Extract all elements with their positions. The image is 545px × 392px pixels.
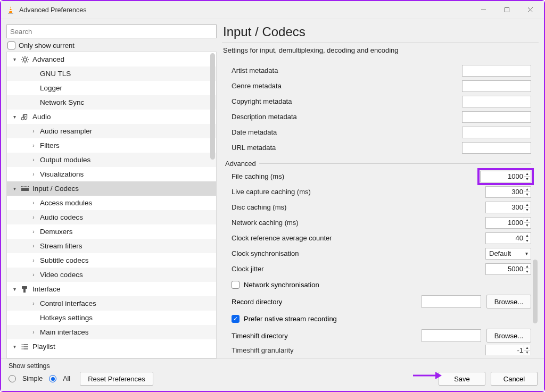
- cutoff-row: [232, 57, 531, 63]
- tree-item[interactable]: ›Output modules: [7, 153, 216, 167]
- close-button[interactable]: [518, 3, 542, 18]
- show-settings-all-label: All: [63, 375, 70, 382]
- metadata-label: Artist metadata: [232, 66, 462, 74]
- tree-item[interactable]: ›Visualizations: [7, 167, 216, 181]
- tree-category[interactable]: ▾Advanced: [7, 52, 216, 66]
- svg-line-15: [22, 61, 23, 62]
- metadata-input[interactable]: [462, 96, 531, 107]
- tree-category[interactable]: ▾Interface: [7, 282, 216, 296]
- maximize-button[interactable]: [495, 3, 518, 18]
- setting-spinner[interactable]: 300▲▼: [485, 186, 531, 198]
- setting-spinner[interactable]: 1000▲▼: [485, 217, 531, 229]
- timeshift-gran-spinner[interactable]: -1▲▼: [485, 345, 531, 355]
- setting-label: Disc caching (ms): [232, 203, 485, 211]
- svg-line-14: [27, 61, 28, 62]
- preferences-tree[interactable]: ▾AdvancedGNU TLSLoggerNetwork Sync▾Audio…: [7, 52, 216, 358]
- tree-item[interactable]: Hotkeys settings: [7, 311, 216, 325]
- reset-preferences-button[interactable]: Reset Preferences: [80, 372, 153, 386]
- clock-jitter-spinner[interactable]: 5000▲▼: [485, 263, 531, 275]
- chevron-right-icon: ›: [30, 257, 37, 263]
- tree-item[interactable]: ›Subtitle codecs: [7, 253, 216, 268]
- network-sync-checkbox[interactable]: [232, 281, 240, 289]
- record-dir-browse-button[interactable]: Browse...: [486, 295, 531, 308]
- chevron-right-icon: ›: [30, 200, 37, 206]
- timeshift-dir-input[interactable]: [422, 329, 481, 342]
- svg-line-16: [27, 57, 28, 58]
- svg-rect-20: [23, 186, 24, 187]
- record-dir-input[interactable]: [422, 295, 481, 308]
- tree-category[interactable]: ▾Playlist: [7, 339, 216, 354]
- metadata-input[interactable]: [462, 127, 531, 138]
- chevron-down-icon: ▾: [11, 186, 18, 191]
- tree-item[interactable]: ›Stream filters: [7, 239, 216, 253]
- tree-item-label: Visualizations: [40, 170, 84, 178]
- tree-item-label: Playlist: [32, 343, 55, 351]
- search-input[interactable]: [6, 24, 217, 38]
- tree-item[interactable]: ›Audio resampler: [7, 124, 216, 138]
- setting-label: Live capture caching (ms): [232, 188, 485, 196]
- show-settings-simple-label: Simple: [22, 375, 43, 382]
- tree-item[interactable]: ›Video codecs: [7, 268, 216, 282]
- tree-item-label: Stream filters: [40, 242, 82, 250]
- svg-rect-17: [21, 188, 29, 191]
- tree-item[interactable]: ›Access modules: [7, 196, 216, 210]
- prefer-native-label: Prefer native stream recording: [244, 315, 337, 323]
- tree-item[interactable]: Network Sync: [7, 95, 216, 110]
- setting-spinner[interactable]: 300▲▼: [485, 202, 531, 213]
- group-advanced: Advanced: [225, 160, 531, 168]
- note-icon: [21, 113, 29, 121]
- chevron-right-icon: ›: [30, 272, 37, 278]
- tree-scrollbar[interactable]: [210, 53, 215, 160]
- show-settings-all-radio[interactable]: [49, 375, 56, 382]
- clock-sync-combo[interactable]: Default: [485, 248, 531, 260]
- save-button[interactable]: Save: [439, 372, 485, 386]
- svg-marker-0: [9, 6, 12, 13]
- tree-item-label: Output modules: [40, 156, 90, 164]
- network-sync-label: Network synchronisation: [244, 281, 319, 289]
- setting-spinner[interactable]: 1000▲▼: [480, 171, 531, 182]
- tree-item[interactable]: ›Control interfaces: [7, 296, 216, 311]
- chevron-right-icon: ›: [30, 301, 37, 306]
- timeshift-dir-label: Timeshift directory: [232, 332, 416, 340]
- svg-marker-33: [435, 372, 442, 379]
- setting-spinner[interactable]: 40▲▼: [485, 232, 531, 244]
- minimize-button[interactable]: [472, 3, 495, 18]
- svg-line-13: [22, 57, 23, 58]
- svg-point-31: [22, 348, 23, 349]
- tree-category[interactable]: ▾Audio: [7, 110, 216, 124]
- group-advanced-label: Advanced: [225, 160, 256, 168]
- tree-item[interactable]: GNU TLS: [7, 66, 216, 81]
- timeshift-dir-browse-button[interactable]: Browse...: [486, 329, 531, 343]
- metadata-input[interactable]: [462, 65, 531, 77]
- tree-item[interactable]: ›Demuxers: [7, 224, 216, 239]
- settings-scrollbar[interactable]: [533, 260, 538, 323]
- metadata-label: Date metadata: [232, 128, 462, 136]
- titlebar: Advanced Preferences: [1, 1, 544, 19]
- cancel-button[interactable]: Cancel: [491, 372, 538, 386]
- metadata-input[interactable]: [462, 111, 531, 123]
- clock-jitter-label: Clock jitter: [232, 265, 485, 273]
- tree-item-label: GNU TLS: [40, 70, 71, 78]
- svg-rect-23: [27, 186, 28, 187]
- show-settings-simple-radio[interactable]: [9, 375, 16, 382]
- tree-item-label: Filters: [40, 141, 60, 149]
- metadata-label: Genre metadata: [232, 82, 462, 90]
- metadata-input[interactable]: [462, 80, 531, 92]
- tree-item-label: Main interfaces: [40, 328, 89, 336]
- tree-item[interactable]: ›Audio codecs: [7, 210, 216, 224]
- tree-category[interactable]: ▾Input / Codecs: [7, 181, 216, 196]
- tree-item[interactable]: ›Main interfaces: [7, 325, 216, 339]
- tree-item-label: Audio: [32, 113, 51, 121]
- only-show-current-checkbox[interactable]: [7, 41, 15, 49]
- tree-item[interactable]: Logger: [7, 81, 216, 95]
- tree-item[interactable]: ›Filters: [7, 138, 216, 153]
- list-icon: [21, 343, 29, 351]
- metadata-input[interactable]: [462, 142, 531, 154]
- tree-item-label: Advanced: [32, 55, 64, 63]
- prefer-native-checkbox[interactable]: [232, 315, 240, 323]
- setting-label: Network caching (ms): [232, 219, 485, 227]
- tree-item-label: Subtitle codecs: [40, 256, 89, 264]
- vlc-cone-icon: [6, 6, 15, 14]
- gear-icon: [21, 55, 29, 64]
- tree-item-label: Control interfaces: [40, 299, 96, 307]
